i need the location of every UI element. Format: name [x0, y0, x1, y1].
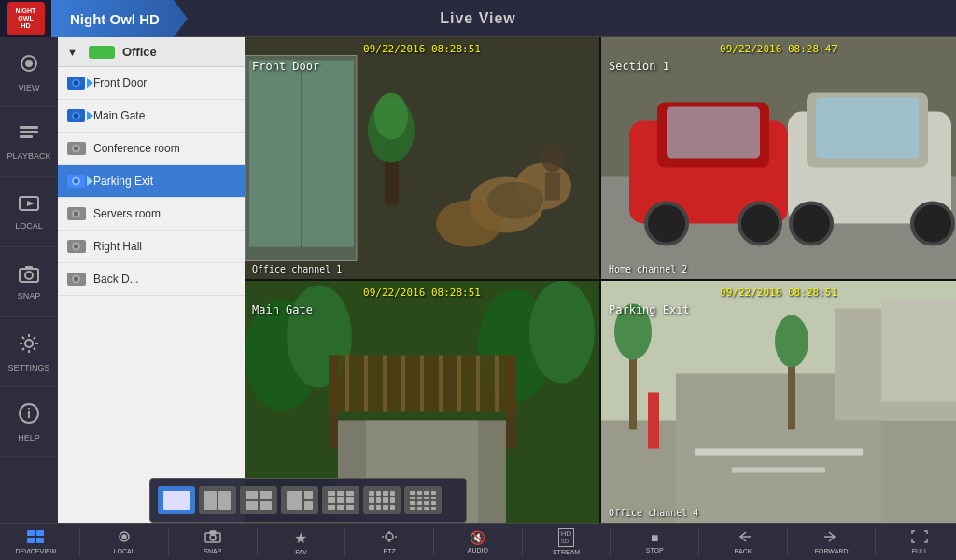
cam-item-parking-exit[interactable]: Parking Exit: [58, 165, 245, 198]
cam-label-back-door: Back D...: [93, 273, 139, 286]
page-title: Live View: [440, 10, 516, 27]
tool-full[interactable]: FULL: [892, 528, 948, 556]
svg-point-77: [210, 535, 216, 540]
svg-point-43: [529, 281, 595, 384]
tool-stream[interactable]: HDSD STREAM: [539, 526, 595, 557]
cam-icon-right-hall: [67, 238, 93, 255]
top-bar: NIGHT OWLHD Night Owl HD Live View: [0, 0, 956, 37]
svg-rect-70: [27, 530, 35, 536]
back-icon: [735, 530, 752, 546]
cam-label-parking-exit: Parking Exit: [93, 175, 153, 188]
sep-4: [344, 528, 345, 556]
nav-settings[interactable]: SETTINGS: [0, 317, 58, 387]
video-cell-2[interactable]: 09/22/2016 08:28:47 Section 1 Home chann…: [601, 37, 956, 279]
sep-5: [433, 528, 434, 556]
app-brand: Night Owl HD: [51, 0, 188, 37]
timestamp-1: 09/22/2016 08:28:51: [363, 43, 481, 55]
svg-point-1: [25, 60, 33, 67]
nav-snap[interactable]: SNAP: [0, 247, 58, 317]
fav-icon: ★: [294, 529, 307, 547]
svg-rect-69: [732, 468, 825, 473]
cam-item-right-hall[interactable]: Right Hall: [58, 231, 245, 263]
cam-item-servers-room[interactable]: Servers room: [58, 198, 245, 231]
label-2: Section 1: [609, 60, 669, 73]
layout-picker: [149, 478, 467, 523]
svg-point-79: [386, 533, 393, 540]
tool-back[interactable]: BACK: [715, 528, 771, 556]
svg-rect-35: [816, 98, 919, 159]
cam-icon-parking-exit: [67, 173, 93, 189]
svg-point-31: [646, 203, 687, 245]
tool-local[interactable]: LOCAL: [96, 528, 152, 556]
nav-playback[interactable]: PLAYBACK: [0, 107, 58, 177]
camera-list: ▼ Office Front Door Main Gate Conference…: [58, 37, 245, 523]
collapse-icon: ▼: [67, 47, 77, 58]
deviceview-label: DEVICEVIEW: [15, 548, 56, 554]
nav-help[interactable]: i HELP: [0, 387, 58, 457]
cam-label-right-hall: Right Hall: [93, 240, 142, 253]
svg-rect-2: [20, 126, 38, 129]
left-nav: VIEW PLAYBACK LOCAL SNAP: [0, 37, 58, 523]
layout-2x2[interactable]: [240, 486, 277, 514]
svg-point-37: [912, 203, 953, 245]
cam-item-back-door[interactable]: Back D...: [58, 263, 245, 296]
group-status-indicator: [89, 46, 115, 59]
tool-forward[interactable]: FORWARD: [804, 528, 860, 556]
sep-1: [79, 528, 80, 556]
svg-rect-3: [20, 131, 38, 133]
sep-3: [257, 528, 258, 556]
cam-icon-front-door: [67, 75, 93, 91]
layout-1plus3[interactable]: [281, 486, 318, 514]
ptz-icon: [381, 530, 398, 546]
cam-item-conference-room[interactable]: Conference room: [58, 133, 245, 165]
tool-audio[interactable]: 🔇 AUDIO: [450, 528, 506, 555]
layout-1x1[interactable]: [158, 486, 195, 514]
cam-icon-back-door: [67, 271, 93, 287]
snap-toolbar-label: SNAP: [204, 548, 221, 554]
layout-4x3[interactable]: [363, 486, 401, 514]
nav-local[interactable]: LOCAL: [0, 177, 58, 247]
svg-rect-30: [667, 107, 760, 159]
svg-rect-15: [249, 61, 301, 247]
cam-item-main-gate[interactable]: Main Gate: [58, 100, 245, 133]
tool-snap[interactable]: SNAP: [185, 528, 241, 556]
svg-rect-78: [210, 531, 216, 534]
svg-marker-6: [27, 201, 35, 206]
svg-rect-68: [695, 449, 863, 456]
nav-local-label: LOCAL: [15, 221, 43, 231]
nav-view[interactable]: VIEW: [0, 37, 58, 107]
layout-2x1[interactable]: [199, 486, 236, 514]
cam-item-front-door[interactable]: Front Door: [58, 67, 245, 100]
audio-icon: 🔇: [470, 530, 485, 545]
deviceview-icon: [27, 530, 44, 546]
forward-label: FORWARD: [815, 548, 849, 554]
svg-point-32: [739, 203, 780, 245]
stop-label: STOP: [646, 547, 664, 553]
svg-point-75: [122, 535, 126, 539]
sep-8: [698, 528, 699, 556]
nav-snap-label: SNAP: [18, 291, 41, 301]
group-header-office[interactable]: ▼ Office: [58, 37, 245, 67]
sep-9: [787, 528, 788, 556]
svg-rect-71: [36, 530, 44, 536]
stream-label: STREAM: [553, 549, 580, 555]
svg-rect-62: [881, 300, 956, 402]
sep-10: [875, 528, 876, 556]
stream-icon: HDSD: [558, 528, 575, 547]
tool-stop[interactable]: ■ STOP: [626, 528, 682, 555]
video-cell-1[interactable]: 09/22/2016 08:28:51 Front Door Office ch…: [245, 37, 599, 279]
tool-ptz[interactable]: PTZ: [361, 528, 417, 556]
video-cell-4[interactable]: 09/22/2016 08:28:51 Parking Exit Office …: [601, 281, 956, 523]
svg-point-10: [25, 340, 33, 347]
full-label: FULL: [912, 548, 928, 554]
back-label: BACK: [734, 548, 752, 554]
tool-deviceview[interactable]: DEVICEVIEW: [7, 528, 63, 556]
sep-2: [168, 528, 169, 556]
layout-4x4[interactable]: [404, 486, 442, 514]
cam-label-main-gate: Main Gate: [93, 109, 145, 122]
tool-fav[interactable]: ★ FAV: [273, 527, 329, 557]
playback-icon: [18, 124, 40, 147]
nav-help-label: HELP: [18, 433, 40, 442]
layout-3x3[interactable]: [322, 486, 359, 514]
settings-icon: [18, 332, 40, 359]
